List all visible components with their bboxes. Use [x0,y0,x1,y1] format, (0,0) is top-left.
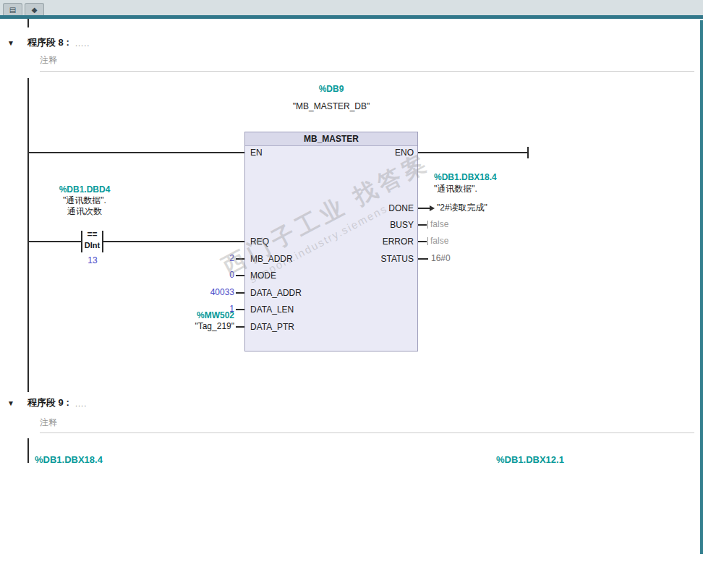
instance-db-name[interactable]: "MB_MASTER_DB" [244,101,418,112]
pin-data-len: DATA_LEN [250,304,294,315]
wire [418,241,427,242]
operand-tick [427,237,428,245]
done-operand-member[interactable]: "2#读取完成" [437,203,531,213]
network9-comment[interactable]: 注释 [40,417,57,429]
network9-title[interactable]: 程序段 9 : [27,396,69,409]
data-addr-value[interactable]: 40033 [174,287,234,298]
pin-data-addr: DATA_ADDR [250,287,302,299]
comment-underline [40,433,694,433]
pin-done: DONE [333,203,414,214]
done-operand-name[interactable]: "通讯数据". [434,184,528,195]
compare-operator[interactable]: == [81,229,103,240]
instance-db-address[interactable]: %DB9 [244,84,418,95]
compare-operand-name[interactable]: "通讯数据". [48,195,121,206]
network8-collapse-icon[interactable]: ▼ [7,39,14,47]
wire [103,241,244,242]
wire [29,152,244,153]
compare-operand-member[interactable]: 通讯次数 [48,206,121,217]
pin-eno: ENO [333,147,414,158]
pin-error: ERROR [333,236,414,247]
compare-operand-address[interactable]: %DB1.DBD4 [48,184,121,195]
wire [236,258,244,260]
data-ptr-address[interactable]: %MW502 [166,310,234,321]
bottom-tab-tools[interactable]: ◆ [25,3,44,15]
wire [418,258,428,260]
error-value[interactable]: false [430,236,448,247]
wire [236,326,244,328]
bottom-tab-editor[interactable]: ▤ [3,3,22,15]
network9-right-operand[interactable]: %DB1.DBX12.1 [496,454,597,463]
network9-collapse-icon[interactable]: ▼ [7,399,14,407]
bottom-tab-strip: ▤◆ [0,0,703,15]
pin-busy: BUSY [333,219,414,231]
wire [418,224,427,226]
ladder-editor: ▼ 程序段 8 : ..... 注释 %DB9 "MB_MASTER_DB" M… [0,0,703,463]
pin-mode: MODE [250,270,276,281]
wire-end-tick [527,147,529,158]
wire [236,309,244,310]
pin-en: EN [250,147,263,158]
pin-mb-addr: MB_ADDR [250,253,293,265]
done-operand-address[interactable]: %DB1.DBX18.4 [434,172,528,183]
wire [29,241,81,242]
comment-underline [40,71,694,72]
data-ptr-tag[interactable]: "Tag_219" [166,321,234,332]
wire [418,208,430,209]
pin-data-ptr: DATA_PTR [250,321,294,333]
done-arrow-icon [430,205,435,211]
mb-addr-value[interactable]: 2 [174,253,234,264]
power-rail [27,78,29,392]
tia-portal-lad-editor: KÖKÖ✎✎▪≡▤▦⊡⊞±⊟±⊞±▣★C°C●↰↱⇓C=I=I≠G|C|°GO▫… [0,0,703,588]
network9-title-dots: .... [75,399,87,408]
pin-req: REQ [250,236,269,247]
network9-left-operand[interactable]: %DB1.DBX18.4 [35,454,136,463]
wire [236,292,244,294]
operand-tick [427,221,428,229]
block-title[interactable]: MB_MASTER [245,132,417,146]
network8-comment[interactable]: 注释 [40,54,57,67]
wire [418,152,528,153]
power-rail [27,438,29,463]
wire [236,275,244,276]
status-value[interactable]: 16#0 [431,253,451,264]
mode-value[interactable]: 0 [174,270,234,281]
compare-value[interactable]: 13 [78,255,107,266]
compare-type[interactable]: DInt [81,240,103,251]
network8-title-dots: ..... [75,39,90,48]
network8-title[interactable]: 程序段 8 : [27,36,69,49]
pin-status: STATUS [333,253,414,265]
right-panel-edge [700,20,703,554]
busy-value[interactable]: false [430,219,448,230]
